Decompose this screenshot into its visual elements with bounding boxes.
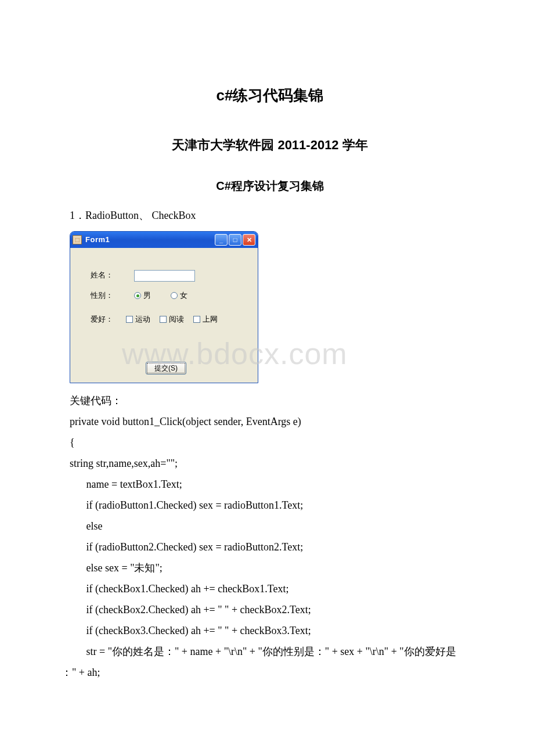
window-title: Form1 <box>85 233 215 247</box>
winform-window: ⬚ Form1 _ □ ✕ 姓名： 性别： 男 女 <box>70 231 258 383</box>
close-button[interactable]: ✕ <box>243 234 255 246</box>
radio-female[interactable]: 女 <box>171 289 187 303</box>
submit-button[interactable]: 提交(S) <box>146 362 186 375</box>
checkbox-icon <box>160 316 167 323</box>
sex-row: 性别： 男 女 <box>91 289 246 303</box>
code-line: str = "你的姓名是：" + name + "\r\n" + "你的性别是：… <box>70 641 470 662</box>
form-body: 姓名： 性别： 男 女 爱好： 运动 <box>70 248 258 383</box>
subtitle-2: C#程序设计复习集锦 <box>70 175 470 197</box>
check-read-label: 阅读 <box>169 312 184 327</box>
sex-radio-group: 男 女 <box>134 289 187 303</box>
check-net-label: 上网 <box>203 312 218 327</box>
code-line: name = textBox1.Text; <box>70 474 470 495</box>
name-row: 姓名： <box>91 268 246 283</box>
sex-label: 性别： <box>91 289 134 303</box>
name-input[interactable] <box>134 270 195 282</box>
code-line: else <box>70 516 470 537</box>
radio-female-label: 女 <box>180 289 187 303</box>
code-line: if (checkBox3.Checked) ah += " " + check… <box>70 620 470 641</box>
radio-circle-icon <box>134 292 141 299</box>
code-block: 关键代码： private void button1_Click(object … <box>70 390 470 683</box>
section-label: 1．RadioButton、 CheckBox <box>70 206 470 225</box>
code-line: if (checkBox2.Checked) ah += " " + check… <box>70 599 470 620</box>
code-line: { <box>70 432 470 453</box>
check-sport-label: 运动 <box>135 312 150 327</box>
code-line: if (radioButton2.Checked) sex = radioBut… <box>70 537 470 557</box>
window-buttons: _ □ ✕ <box>215 234 255 246</box>
maximize-button[interactable]: □ <box>229 234 241 246</box>
check-read[interactable]: 阅读 <box>160 312 184 327</box>
minimize-button[interactable]: _ <box>215 234 228 246</box>
hobby-row: 爱好： 运动 阅读 上网 <box>91 312 246 327</box>
code-line: if (checkBox1.Checked) ah += checkBox1.T… <box>70 578 470 599</box>
subtitle-1: 天津市大学软件园 2011-2012 学年 <box>70 133 470 157</box>
code-line: string str,name,sex,ah=""; <box>70 453 470 474</box>
hobby-check-group: 运动 阅读 上网 <box>126 312 218 327</box>
check-net[interactable]: 上网 <box>193 312 218 327</box>
code-line: ：" + ah; <box>62 662 470 683</box>
submit-button-label: 提交(S) <box>154 362 178 375</box>
check-sport[interactable]: 运动 <box>126 312 150 327</box>
main-title: c#练习代码集锦 <box>70 81 470 110</box>
code-line: if (radioButton1.Checked) sex = radioBut… <box>70 495 470 516</box>
code-line: else sex = "未知"; <box>70 557 470 578</box>
app-icon: ⬚ <box>73 235 82 244</box>
checkbox-icon <box>126 316 133 323</box>
code-line: private void button1_Click(object sender… <box>70 411 470 432</box>
checkbox-icon <box>193 316 200 323</box>
radio-male-label: 男 <box>143 289 151 303</box>
radio-male[interactable]: 男 <box>134 289 151 303</box>
name-label: 姓名： <box>91 268 134 283</box>
code-line: 关键代码： <box>70 390 470 411</box>
radio-circle-icon <box>171 292 178 299</box>
titlebar: ⬚ Form1 _ □ ✕ <box>70 232 258 248</box>
